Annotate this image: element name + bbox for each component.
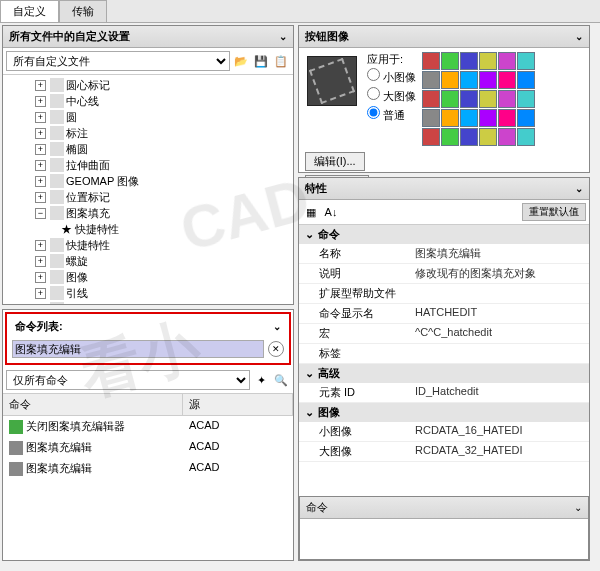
palette-icon[interactable]	[517, 90, 535, 108]
collapse-icon[interactable]: ⌄	[574, 502, 582, 513]
tree-item[interactable]: +引线	[5, 285, 291, 301]
tree-toggle-icon[interactable]: +	[35, 144, 46, 155]
tree-item[interactable]: +GEOMAP 图像	[5, 173, 291, 189]
prop-row[interactable]: 命令显示名HATCHEDIT	[299, 304, 589, 324]
palette-icon[interactable]	[441, 71, 459, 89]
collapse-icon[interactable]: ⌄	[273, 321, 281, 332]
palette-icon[interactable]	[441, 52, 459, 70]
radio-normal[interactable]: 普通	[367, 105, 416, 124]
tree-toggle-icon[interactable]: +	[35, 192, 46, 203]
prop-row[interactable]: 元素 IDID_Hatchedit	[299, 383, 589, 403]
sort-icon[interactable]: A↓	[322, 203, 340, 221]
open-icon[interactable]: 📂	[232, 52, 250, 70]
edit-button[interactable]: 编辑(I)...	[305, 152, 365, 171]
palette-icon[interactable]	[460, 90, 478, 108]
cmd-search-input[interactable]	[12, 340, 264, 358]
collapse-icon[interactable]: ⌄	[575, 31, 583, 42]
palette-icon[interactable]	[517, 71, 535, 89]
new-cmd-icon[interactable]: ✦	[252, 371, 270, 389]
tree-item[interactable]: +圆	[5, 109, 291, 125]
col-cmd[interactable]: 命令	[3, 394, 183, 415]
palette-icon[interactable]	[517, 109, 535, 127]
clear-search-icon[interactable]: ✕	[268, 341, 284, 357]
tree-item[interactable]: +位置标记	[5, 189, 291, 205]
palette-icon[interactable]	[422, 90, 440, 108]
collapse-icon[interactable]: ⌄	[575, 183, 583, 194]
palette-icon[interactable]	[422, 109, 440, 127]
palette-icon[interactable]	[460, 109, 478, 127]
prop-row[interactable]: 宏^C^C_hatchedit	[299, 324, 589, 344]
palette-icon[interactable]	[479, 90, 497, 108]
palette-icon[interactable]	[479, 109, 497, 127]
palette-icon[interactable]	[460, 128, 478, 146]
tree-toggle-icon[interactable]: +	[35, 288, 46, 299]
palette-icon[interactable]	[422, 128, 440, 146]
prop-row[interactable]: 名称图案填充编辑	[299, 244, 589, 264]
tree-item[interactable]: +图像	[5, 269, 291, 285]
tree-toggle-icon[interactable]: +	[35, 80, 46, 91]
palette-icon[interactable]	[517, 128, 535, 146]
tree-item[interactable]: +光源	[5, 301, 291, 304]
reset-button[interactable]: 重置默认值	[522, 203, 586, 221]
palette-icon[interactable]	[441, 109, 459, 127]
tree-toggle-icon[interactable]: +	[35, 256, 46, 267]
prop-row[interactable]: 说明修改现有的图案填充对象	[299, 264, 589, 284]
col-src[interactable]: 源	[183, 394, 293, 415]
prop-section[interactable]: ⌄高级	[299, 364, 589, 383]
prop-row[interactable]: 小图像RCDATA_16_HATEDI	[299, 422, 589, 442]
tree-toggle-icon[interactable]: −	[35, 208, 46, 219]
palette-icon[interactable]	[498, 109, 516, 127]
tree-toggle-icon[interactable]: +	[35, 160, 46, 171]
tree-item[interactable]: +椭圆	[5, 141, 291, 157]
tree-item[interactable]: +拉伸曲面	[5, 157, 291, 173]
tree-toggle-icon[interactable]: +	[35, 272, 46, 283]
list-item[interactable]: 图案填充编辑ACAD	[3, 437, 293, 458]
tree-item[interactable]: +圆心标记	[5, 77, 291, 93]
palette-icon[interactable]	[498, 52, 516, 70]
tree-toggle-icon[interactable]: +	[35, 96, 46, 107]
cmd-filter-select[interactable]: 仅所有命令	[6, 370, 250, 390]
palette-icon[interactable]	[498, 71, 516, 89]
palette-icon[interactable]	[479, 128, 497, 146]
tab-transfer[interactable]: 传输	[59, 0, 107, 22]
tree-toggle-icon[interactable]: +	[35, 128, 46, 139]
palette-icon[interactable]	[422, 52, 440, 70]
categorize-icon[interactable]: ▦	[302, 203, 320, 221]
tree-item[interactable]: −图案填充	[5, 205, 291, 221]
prop-row[interactable]: 扩展型帮助文件	[299, 284, 589, 304]
prop-row[interactable]: 大图像RCDATA_32_HATEDI	[299, 442, 589, 462]
saveall-icon[interactable]: 📋	[272, 52, 290, 70]
custom-tree[interactable]: +圆心标记+中心线+圆+标注+椭圆+拉伸曲面+GEOMAP 图像+位置标记−图案…	[3, 75, 293, 304]
palette-icon[interactable]	[441, 90, 459, 108]
tree-toggle-icon[interactable]: +	[35, 240, 46, 251]
custom-file-select[interactable]: 所有自定义文件	[6, 51, 230, 71]
tree-item[interactable]: +标注	[5, 125, 291, 141]
save-icon[interactable]: 💾	[252, 52, 270, 70]
palette-icon[interactable]	[498, 90, 516, 108]
list-item[interactable]: 关闭图案填充编辑器ACAD	[3, 416, 293, 437]
tree-toggle-icon[interactable]: +	[35, 304, 46, 305]
icon-palette[interactable]	[422, 52, 535, 146]
list-item[interactable]: 图案填充编辑ACAD	[3, 458, 293, 479]
find-icon[interactable]: 🔍	[272, 371, 290, 389]
radio-small[interactable]: 小图像	[367, 67, 416, 86]
palette-icon[interactable]	[460, 52, 478, 70]
palette-icon[interactable]	[441, 128, 459, 146]
tree-item-child[interactable]: ★ 快捷特性	[5, 221, 291, 237]
palette-icon[interactable]	[479, 71, 497, 89]
tree-item[interactable]: +螺旋	[5, 253, 291, 269]
tree-item[interactable]: +中心线	[5, 93, 291, 109]
prop-row[interactable]: 标签	[299, 344, 589, 364]
prop-section[interactable]: ⌄命令	[299, 225, 589, 244]
palette-icon[interactable]	[479, 52, 497, 70]
tree-item[interactable]: +快捷特性	[5, 237, 291, 253]
collapse-icon[interactable]: ⌄	[279, 31, 287, 42]
tree-toggle-icon[interactable]: +	[35, 112, 46, 123]
radio-large[interactable]: 大图像	[367, 86, 416, 105]
tree-toggle-icon[interactable]: +	[35, 176, 46, 187]
palette-icon[interactable]	[517, 52, 535, 70]
palette-icon[interactable]	[460, 71, 478, 89]
palette-icon[interactable]	[498, 128, 516, 146]
palette-icon[interactable]	[422, 71, 440, 89]
tab-customize[interactable]: 自定义	[0, 0, 59, 22]
